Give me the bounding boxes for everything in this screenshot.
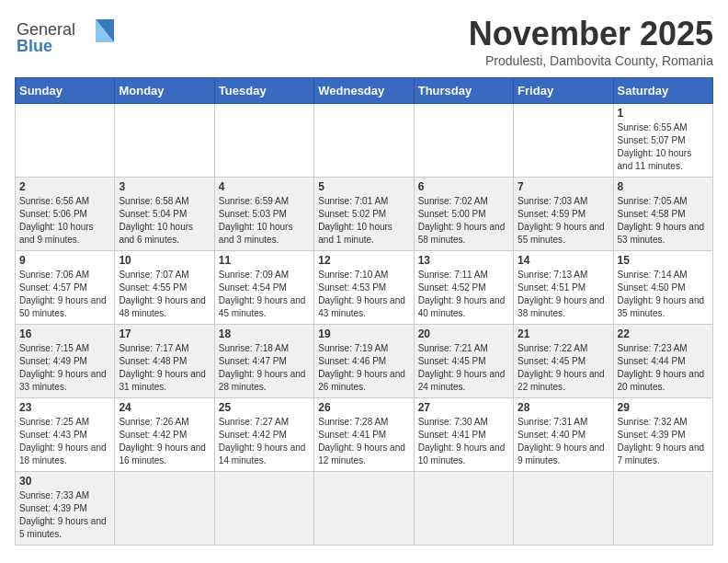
page-header: General Blue November 2025 Produlesti, D… xyxy=(15,15,713,68)
day-number: 28 xyxy=(518,401,609,414)
day-number: 16 xyxy=(19,327,110,340)
svg-text:Blue: Blue xyxy=(17,37,52,55)
day-number: 29 xyxy=(618,401,709,414)
day-info: Sunrise: 7:17 AM Sunset: 4:48 PM Dayligh… xyxy=(119,342,210,394)
day-info: Sunrise: 7:05 AM Sunset: 4:58 PM Dayligh… xyxy=(618,195,709,247)
day-info: Sunrise: 7:26 AM Sunset: 4:42 PM Dayligh… xyxy=(119,416,210,467)
calendar-header-day: Saturday xyxy=(613,78,712,104)
day-info: Sunrise: 7:25 AM Sunset: 4:43 PM Dayligh… xyxy=(19,416,110,467)
calendar-day-cell: 28Sunrise: 7:31 AM Sunset: 4:40 PM Dayli… xyxy=(514,398,613,472)
calendar-day-cell: 12Sunrise: 7:10 AM Sunset: 4:53 PM Dayli… xyxy=(314,251,414,325)
title-area: November 2025 Produlesti, Dambovita Coun… xyxy=(469,15,713,68)
calendar-day-cell: 5Sunrise: 7:01 AM Sunset: 5:02 PM Daylig… xyxy=(314,178,414,251)
calendar-day-cell: 22Sunrise: 7:23 AM Sunset: 4:44 PM Dayli… xyxy=(613,325,712,398)
calendar-day-cell: 8Sunrise: 7:05 AM Sunset: 4:58 PM Daylig… xyxy=(613,178,712,251)
calendar-day-cell xyxy=(514,472,613,546)
calendar-day-cell: 24Sunrise: 7:26 AM Sunset: 4:42 PM Dayli… xyxy=(115,398,214,472)
calendar-day-cell xyxy=(414,472,513,546)
calendar-day-cell: 9Sunrise: 7:06 AM Sunset: 4:57 PM Daylig… xyxy=(16,251,115,325)
day-info: Sunrise: 7:31 AM Sunset: 4:40 PM Dayligh… xyxy=(518,416,609,467)
calendar-week-row: 23Sunrise: 7:25 AM Sunset: 4:43 PM Dayli… xyxy=(16,398,713,472)
day-info: Sunrise: 7:15 AM Sunset: 4:49 PM Dayligh… xyxy=(19,342,110,394)
day-info: Sunrise: 6:59 AM Sunset: 5:03 PM Dayligh… xyxy=(219,195,310,247)
calendar-day-cell xyxy=(414,104,513,178)
calendar-week-row: 2Sunrise: 6:56 AM Sunset: 5:06 PM Daylig… xyxy=(16,178,713,251)
calendar-header-day: Tuesday xyxy=(214,78,313,104)
calendar-day-cell: 16Sunrise: 7:15 AM Sunset: 4:49 PM Dayli… xyxy=(16,325,115,398)
day-number: 15 xyxy=(618,254,709,267)
day-number: 11 xyxy=(219,254,310,267)
calendar-week-row: 16Sunrise: 7:15 AM Sunset: 4:49 PM Dayli… xyxy=(16,325,713,398)
day-info: Sunrise: 6:55 AM Sunset: 5:07 PM Dayligh… xyxy=(618,121,709,173)
day-number: 30 xyxy=(19,475,110,488)
calendar-day-cell: 21Sunrise: 7:22 AM Sunset: 4:45 PM Dayli… xyxy=(514,325,613,398)
calendar-day-cell: 17Sunrise: 7:17 AM Sunset: 4:48 PM Dayli… xyxy=(115,325,214,398)
day-number: 2 xyxy=(19,180,110,193)
calendar-day-cell: 13Sunrise: 7:11 AM Sunset: 4:52 PM Dayli… xyxy=(414,251,513,325)
day-info: Sunrise: 7:30 AM Sunset: 4:41 PM Dayligh… xyxy=(418,416,509,467)
calendar-day-cell xyxy=(115,472,214,546)
calendar-day-cell xyxy=(214,472,313,546)
calendar-day-cell: 7Sunrise: 7:03 AM Sunset: 4:59 PM Daylig… xyxy=(514,178,613,251)
day-info: Sunrise: 7:13 AM Sunset: 4:51 PM Dayligh… xyxy=(518,269,609,320)
day-number: 26 xyxy=(318,401,409,414)
day-number: 18 xyxy=(219,327,310,340)
logo-icon: General Blue xyxy=(15,15,116,55)
day-number: 10 xyxy=(119,254,210,267)
day-info: Sunrise: 7:09 AM Sunset: 4:54 PM Dayligh… xyxy=(219,269,310,320)
day-info: Sunrise: 7:06 AM Sunset: 4:57 PM Dayligh… xyxy=(19,269,110,320)
day-info: Sunrise: 7:11 AM Sunset: 4:52 PM Dayligh… xyxy=(418,269,509,320)
calendar-header-day: Friday xyxy=(514,78,613,104)
calendar-day-cell xyxy=(613,472,712,546)
calendar-day-cell: 19Sunrise: 7:19 AM Sunset: 4:46 PM Dayli… xyxy=(314,325,414,398)
month-title: November 2025 xyxy=(469,15,713,53)
calendar-header-day: Wednesday xyxy=(314,78,414,104)
calendar-day-cell xyxy=(115,104,214,178)
day-info: Sunrise: 7:23 AM Sunset: 4:44 PM Dayligh… xyxy=(618,342,709,394)
calendar-week-row: 30Sunrise: 7:33 AM Sunset: 4:39 PM Dayli… xyxy=(16,472,713,546)
calendar-day-cell: 26Sunrise: 7:28 AM Sunset: 4:41 PM Dayli… xyxy=(314,398,414,472)
day-info: Sunrise: 7:22 AM Sunset: 4:45 PM Dayligh… xyxy=(518,342,609,394)
day-info: Sunrise: 7:07 AM Sunset: 4:55 PM Dayligh… xyxy=(119,269,210,320)
day-number: 19 xyxy=(318,327,409,340)
day-number: 17 xyxy=(119,327,210,340)
calendar-day-cell: 10Sunrise: 7:07 AM Sunset: 4:55 PM Dayli… xyxy=(115,251,214,325)
logo: General Blue xyxy=(15,15,116,59)
calendar-day-cell: 2Sunrise: 6:56 AM Sunset: 5:06 PM Daylig… xyxy=(16,178,115,251)
calendar-day-cell xyxy=(16,104,115,178)
calendar-day-cell: 29Sunrise: 7:32 AM Sunset: 4:39 PM Dayli… xyxy=(613,398,712,472)
calendar-day-cell: 27Sunrise: 7:30 AM Sunset: 4:41 PM Dayli… xyxy=(414,398,513,472)
calendar-week-row: 9Sunrise: 7:06 AM Sunset: 4:57 PM Daylig… xyxy=(16,251,713,325)
day-number: 3 xyxy=(119,180,210,193)
calendar-day-cell xyxy=(314,104,414,178)
calendar-day-cell: 30Sunrise: 7:33 AM Sunset: 4:39 PM Dayli… xyxy=(16,472,115,546)
day-info: Sunrise: 7:28 AM Sunset: 4:41 PM Dayligh… xyxy=(318,416,409,467)
calendar-day-cell xyxy=(514,104,613,178)
day-number: 5 xyxy=(318,180,409,193)
day-number: 20 xyxy=(418,327,509,340)
day-info: Sunrise: 6:56 AM Sunset: 5:06 PM Dayligh… xyxy=(19,195,110,247)
day-number: 27 xyxy=(418,401,509,414)
day-info: Sunrise: 7:32 AM Sunset: 4:39 PM Dayligh… xyxy=(618,416,709,467)
day-number: 7 xyxy=(518,180,609,193)
day-number: 12 xyxy=(318,254,409,267)
day-number: 13 xyxy=(418,254,509,267)
day-info: Sunrise: 7:18 AM Sunset: 4:47 PM Dayligh… xyxy=(219,342,310,394)
day-info: Sunrise: 7:14 AM Sunset: 4:50 PM Dayligh… xyxy=(618,269,709,320)
calendar-day-cell: 18Sunrise: 7:18 AM Sunset: 4:47 PM Dayli… xyxy=(214,325,313,398)
day-number: 1 xyxy=(618,107,709,120)
day-number: 8 xyxy=(618,180,709,193)
calendar-day-cell xyxy=(314,472,414,546)
calendar-header-day: Thursday xyxy=(414,78,513,104)
day-number: 14 xyxy=(518,254,609,267)
calendar-day-cell: 15Sunrise: 7:14 AM Sunset: 4:50 PM Dayli… xyxy=(613,251,712,325)
calendar-day-cell: 20Sunrise: 7:21 AM Sunset: 4:45 PM Dayli… xyxy=(414,325,513,398)
day-number: 21 xyxy=(518,327,609,340)
day-number: 23 xyxy=(19,401,110,414)
day-info: Sunrise: 7:21 AM Sunset: 4:45 PM Dayligh… xyxy=(418,342,509,394)
calendar-header-day: Sunday xyxy=(16,78,115,104)
calendar-day-cell xyxy=(214,104,313,178)
calendar-week-row: 1Sunrise: 6:55 AM Sunset: 5:07 PM Daylig… xyxy=(16,104,713,178)
calendar-day-cell: 3Sunrise: 6:58 AM Sunset: 5:04 PM Daylig… xyxy=(115,178,214,251)
day-number: 6 xyxy=(418,180,509,193)
